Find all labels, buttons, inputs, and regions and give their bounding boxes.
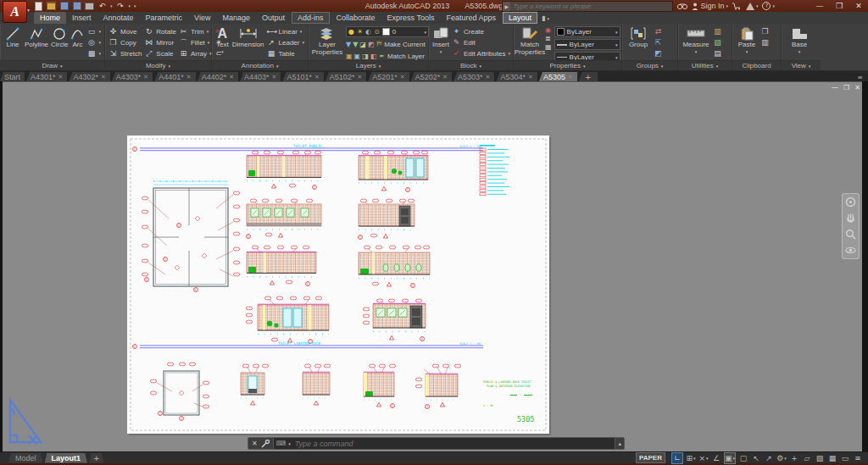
modify-panel-label[interactable]: Modify▾	[105, 60, 211, 70]
file-tab-a4303[interactable]: A4303*✕	[112, 72, 153, 81]
stretch-tool[interactable]: ⇲Stretch	[108, 48, 142, 58]
crosshair-plus[interactable]: +	[789, 453, 799, 463]
line-tool[interactable]: Line	[3, 26, 22, 48]
measure-button[interactable]: Measure▾	[682, 26, 710, 56]
group-edit-tool[interactable]: ⇱	[654, 37, 663, 47]
ribbon-tab-featured-apps[interactable]: Featured Apps	[440, 12, 502, 24]
ribbon-tab-express-tools[interactable]: Express Tools	[381, 12, 441, 24]
object-snap-toggle[interactable]: ▣▾	[724, 452, 736, 464]
text-tool[interactable]: A Text▾	[215, 26, 230, 56]
object-color-dropdown[interactable]: ByLayer▾	[554, 26, 620, 37]
lineweight-toggle[interactable]: ↗	[764, 453, 774, 463]
file-tab-a5202[interactable]: A5202*✕	[411, 72, 453, 81]
ribbon-tab-insert[interactable]: Insert	[66, 12, 97, 24]
edit-attributes-tool[interactable]: ✔Edit Attributes▾	[452, 48, 510, 58]
file-tab-close-icon[interactable]: ✕	[568, 74, 573, 80]
file-tab-a5305[interactable]: A5305✕	[539, 72, 578, 81]
dimension-tool[interactable]: Dimension	[232, 26, 264, 48]
file-tab-a5102[interactable]: A5102*✕	[326, 72, 367, 81]
close-button[interactable]: ✕	[853, 2, 865, 10]
pan-icon[interactable]	[845, 213, 856, 224]
search-go-icon[interactable]: ▶	[503, 2, 510, 11]
id-point-tool[interactable]: ▤	[713, 48, 722, 58]
utilities-panel-label[interactable]: Utilities▾	[678, 60, 732, 70]
viewport-close-button[interactable]: ✕	[854, 84, 860, 91]
quick-select-tool[interactable]: ▥	[713, 26, 722, 36]
layer-dropdown[interactable]: ● ☀ ◐ ⊙ 0 ▾	[346, 26, 429, 37]
circle-tool[interactable]: Circle	[51, 26, 68, 48]
ribbon-tab-output[interactable]: Output	[256, 12, 291, 24]
exchange-apps-button[interactable]	[732, 3, 742, 10]
ribbon-tab-annotate[interactable]: Annotate	[97, 12, 140, 24]
file-tab-close-icon[interactable]: ✕	[58, 74, 64, 80]
file-tab-close-icon[interactable]: ✕	[528, 74, 533, 80]
cut-clip-tool[interactable]: ▥	[760, 37, 770, 47]
new-file-button[interactable]	[34, 2, 43, 10]
group-select-tool[interactable]: ◩	[654, 48, 663, 58]
ribbon-tab-manage[interactable]: Manage	[216, 12, 256, 24]
application-menu-dropdown[interactable]: ▾	[27, 7, 30, 13]
table-tool[interactable]: ▦Table	[267, 48, 304, 58]
ellipse-tool[interactable]: ◎▾	[86, 37, 101, 47]
rectangle-tool[interactable]: ▭▾	[86, 26, 101, 36]
undo-button[interactable]: ↶	[97, 2, 107, 10]
ribbon-tab-parametric[interactable]: Parametric	[140, 12, 189, 24]
snap-mode-toggle[interactable]: ⊞▾	[686, 453, 696, 463]
copy-tool[interactable]: ❐Copy	[108, 37, 142, 47]
viewport-restore-button[interactable]: ❒	[843, 84, 849, 91]
file-tab-close-icon[interactable]: ✕	[101, 74, 106, 80]
restore-button[interactable]: ❒	[833, 2, 845, 10]
match-layer-button[interactable]: Match Layer	[387, 53, 425, 60]
make-current-button[interactable]: Make Current	[384, 41, 425, 48]
group-button[interactable]: Group	[626, 26, 651, 48]
file-tab-a4301[interactable]: A4301*✕	[26, 72, 68, 81]
autodesk360-button[interactable]: ▾	[746, 3, 759, 10]
layers-panel-label[interactable]: Layers▾	[309, 60, 428, 70]
navigation-bar[interactable]	[842, 193, 860, 259]
file-tab-overflow-menu[interactable]: ≡	[857, 74, 863, 81]
autoscale-toggle[interactable]: ▨	[815, 453, 825, 463]
file-tab-close-icon[interactable]: ✕	[272, 74, 277, 80]
command-customize-icon[interactable]	[261, 440, 270, 448]
file-tab-a5304[interactable]: A5304*✕	[496, 72, 537, 81]
properties-panel-label[interactable]: Properties▾	[514, 60, 621, 70]
paper-model-toggle[interactable]: PAPER	[636, 452, 665, 463]
file-tab-a5101[interactable]: A5101*✕	[282, 72, 324, 81]
file-tab-a4401[interactable]: A4401*✕	[154, 72, 196, 81]
ribbon-tab-add-ins[interactable]: Add-ins	[292, 12, 330, 24]
file-tab-close-icon[interactable]: ✕	[143, 74, 148, 80]
new-layout-button[interactable]: +	[89, 453, 104, 463]
object-snap-toggle-dropdown[interactable]: ▾	[732, 456, 735, 461]
command-history-button[interactable]: ▴	[615, 440, 624, 447]
save-as-button[interactable]	[72, 2, 81, 10]
polyline-tool[interactable]: Polyline	[25, 26, 48, 48]
zoom-icon[interactable]	[845, 229, 856, 240]
file-tab-close-icon[interactable]: ✕	[186, 74, 192, 80]
arc-tool[interactable]: Arc	[70, 26, 84, 48]
plotstyle-icon[interactable]: ▦	[545, 43, 552, 51]
lineweight-list-icon[interactable]: ≣	[545, 35, 552, 42]
redo-dropdown[interactable]: ▾	[129, 3, 131, 8]
match-properties-button[interactable]: Match Properties	[517, 26, 542, 56]
trim-dropdown[interactable]: ▾	[207, 29, 209, 34]
ribbon-tab-home[interactable]: Home	[34, 12, 66, 24]
file-tab-close-icon[interactable]: ✕	[357, 74, 362, 80]
undo-dropdown[interactable]: ▾	[110, 3, 113, 8]
file-tab-a4302[interactable]: A4302*✕	[69, 72, 110, 81]
customization-gear-dropdown[interactable]: ▾	[784, 456, 787, 461]
ribbon-tab-collaborate[interactable]: Collaborate	[331, 12, 381, 24]
edit-block-tool[interactable]: ✎Edit	[452, 37, 510, 47]
redo-button[interactable]: ↷	[116, 2, 125, 10]
file-tab-close-icon[interactable]: ✕	[442, 74, 448, 80]
move-tool[interactable]: ✜Move	[108, 26, 142, 36]
command-input[interactable]	[293, 439, 613, 449]
mirror-tool[interactable]: ⋈Mirror	[144, 37, 176, 47]
leader-tool[interactable]: ↗Leader▾	[267, 37, 304, 47]
ribbon-tab-layout[interactable]: Layout	[503, 12, 537, 24]
save-button[interactable]	[59, 2, 69, 10]
paste-button[interactable]: Paste▾	[736, 26, 758, 56]
file-tab-close-icon[interactable]: ✕	[400, 74, 405, 80]
groups-panel-label[interactable]: Groups▾	[622, 60, 677, 70]
file-tab-close-icon[interactable]: ✕	[486, 74, 491, 80]
status-menu[interactable]: ≡	[853, 453, 863, 463]
